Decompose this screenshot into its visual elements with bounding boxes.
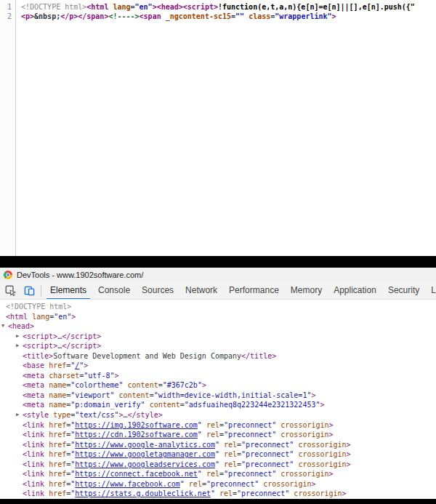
code-segment: rel bbox=[206, 421, 219, 429]
tree-row[interactable]: <link href="https://connect.facebook.net… bbox=[0, 469, 436, 479]
expand-arrow-icon[interactable]: ▶ bbox=[16, 410, 23, 420]
code-segment: "wrapperlink" bbox=[275, 12, 331, 20]
code-segment: "preconnect" bbox=[224, 470, 276, 478]
code-segment: </script> bbox=[62, 342, 101, 350]
tree-row[interactable]: ▶<script>…</script> bbox=[0, 341, 436, 351]
source-line: <!DOCTYPE html><html lang="en"><head><sc… bbox=[21, 2, 436, 12]
code-segment: crossorigin bbox=[263, 480, 311, 488]
code-segment: <link bbox=[23, 480, 49, 488]
tree-row[interactable]: <base href="/"> bbox=[0, 361, 436, 371]
code-segment: rel bbox=[224, 450, 237, 458]
code-segment: <link bbox=[23, 470, 49, 478]
attr-link[interactable]: https://www.googletagmanager.com bbox=[75, 450, 215, 458]
code-segment: href bbox=[49, 421, 66, 429]
attr-link[interactable]: https://www.googleadservices.com bbox=[75, 460, 215, 468]
tree-row[interactable]: <title>Software Development and Web Desi… bbox=[0, 351, 436, 361]
code-segment: "en" bbox=[54, 313, 71, 321]
tree-row[interactable]: ▶<script>…</script> bbox=[0, 332, 436, 342]
tab-performance[interactable]: Performance bbox=[225, 282, 283, 300]
devtools-titlebar: DevTools - www.1902software.com/ bbox=[0, 268, 436, 282]
code-segment: </style> bbox=[128, 411, 163, 419]
tab-memory[interactable]: Memory bbox=[287, 282, 326, 300]
code-segment: "text/css" bbox=[75, 411, 118, 419]
code-segment: lang bbox=[113, 3, 130, 11]
tree-row[interactable]: ▶<style type="text/css">…</style> bbox=[0, 410, 436, 420]
tree-row[interactable]: <link href="https://www.googleadservices… bbox=[0, 460, 436, 470]
tree-row[interactable]: <link href="https://www.googletagmanager… bbox=[0, 449, 436, 460]
code-segment: "preconnect" bbox=[241, 450, 294, 458]
code-segment: <link bbox=[23, 441, 49, 449]
code-segment: "adsfuaiheq8q223244e2321322453" bbox=[185, 401, 320, 409]
code-segment: > bbox=[332, 12, 336, 20]
line-number: 1 bbox=[0, 2, 12, 12]
code-segment: crossorigin bbox=[280, 421, 328, 429]
code-segment: _ngcontent-sc15 bbox=[166, 12, 231, 20]
code-segment: <link bbox=[23, 460, 49, 468]
code-segment: href bbox=[49, 361, 66, 369]
tab-network[interactable]: Network bbox=[182, 282, 221, 300]
chrome-logo-icon bbox=[4, 271, 12, 279]
code-segment: <span bbox=[140, 12, 166, 20]
code-segment: "utf-8" bbox=[84, 372, 114, 380]
tab-strip: ElementsConsoleSourcesNetworkPerformance… bbox=[44, 282, 436, 300]
code-segment: href bbox=[49, 460, 66, 468]
code-segment: > bbox=[311, 391, 315, 399]
code-segment: "" bbox=[235, 12, 244, 20]
code-segment: </script> bbox=[62, 332, 101, 340]
attr-link[interactable]: https://connect.facebook.net bbox=[75, 470, 198, 478]
code-segment: crossorigin bbox=[298, 441, 346, 449]
tree-row[interactable]: <html lang="en"> bbox=[0, 312, 436, 322]
tree-row[interactable]: <meta name="viewport" content="width=dev… bbox=[0, 391, 436, 401]
code-segment: <html bbox=[6, 313, 32, 321]
code-segment: </title> bbox=[241, 352, 276, 360]
tab-elements[interactable]: Elements bbox=[47, 282, 90, 300]
code-segment: rel bbox=[224, 441, 237, 449]
tab-console[interactable]: Console bbox=[94, 282, 134, 300]
code-segment: rel bbox=[224, 460, 237, 468]
tab-security[interactable]: Security bbox=[384, 282, 423, 300]
collapse-arrow-icon[interactable]: ▼ bbox=[1, 321, 8, 332]
code-segment: rel bbox=[219, 489, 233, 497]
code-segment: > bbox=[347, 450, 351, 458]
code-segment: <meta bbox=[23, 391, 49, 399]
attr-link[interactable]: https://www.google-analytics.com bbox=[75, 441, 215, 449]
code-segment: "preconnect" bbox=[237, 489, 289, 497]
tree-row[interactable]: <!DOCTYPE html> bbox=[0, 302, 436, 312]
tab-lighthouse[interactable]: Lighthouse bbox=[427, 282, 436, 300]
tree-row[interactable]: <meta name="p:domain_verify" content="ad… bbox=[0, 400, 436, 410]
code-segment: <meta bbox=[23, 381, 49, 389]
tree-row[interactable]: <link href="https://www.google-analytics… bbox=[0, 440, 436, 450]
code-segment: Software Development and Web Design Comp… bbox=[53, 352, 241, 360]
code-segment: rel bbox=[206, 431, 219, 439]
code-segment: <meta bbox=[23, 372, 49, 380]
code-segment: <head> bbox=[8, 322, 34, 330]
code-segment: href bbox=[49, 480, 66, 488]
tab-application[interactable]: Application bbox=[330, 282, 380, 300]
expand-arrow-icon[interactable]: ▶ bbox=[16, 332, 23, 342]
tree-row[interactable]: ▼<head> bbox=[0, 321, 436, 332]
tab-sources[interactable]: Sources bbox=[138, 282, 177, 300]
tree-row[interactable]: <link href="https://cdn.1902software.com… bbox=[0, 430, 436, 440]
code-segment: <link bbox=[23, 489, 49, 497]
device-toolbar-icon[interactable] bbox=[20, 282, 38, 300]
code-segment: <base bbox=[23, 361, 49, 369]
tree-row[interactable]: <link href="https://www.facebook.com" re… bbox=[0, 479, 436, 489]
tree-row[interactable]: <meta charset="utf-8"> bbox=[0, 371, 436, 381]
tree-row[interactable]: <link href="https://img.1902software.com… bbox=[0, 420, 436, 431]
tree-row[interactable]: <meta name="colortheme" content="#367c2b… bbox=[0, 380, 436, 391]
inspect-element-icon[interactable] bbox=[1, 282, 19, 300]
code-segment: "#367c2b" bbox=[163, 381, 202, 389]
code-segment: href bbox=[49, 470, 66, 478]
tree-row[interactable]: <link href="https://stats.g.doubleclick.… bbox=[0, 489, 436, 499]
attr-link[interactable]: https://img.1902software.com bbox=[75, 421, 198, 429]
code-segment: > bbox=[329, 470, 334, 478]
attr-link[interactable]: https://cdn.1902software.com bbox=[75, 431, 198, 439]
code-segment: "width=device-width,initial-scale=1" bbox=[154, 391, 312, 399]
attr-link[interactable]: https://stats.g.doubleclick.net bbox=[75, 489, 211, 497]
code-segment: "viewport" bbox=[70, 391, 114, 399]
code-segment: crossorigin bbox=[280, 431, 328, 439]
code-segment: > bbox=[114, 372, 118, 380]
expand-arrow-icon[interactable]: ▶ bbox=[16, 341, 23, 351]
devtools-tabbar: ElementsConsoleSourcesNetworkPerformance… bbox=[0, 282, 436, 300]
attr-link[interactable]: https://www.facebook.com bbox=[75, 480, 180, 488]
